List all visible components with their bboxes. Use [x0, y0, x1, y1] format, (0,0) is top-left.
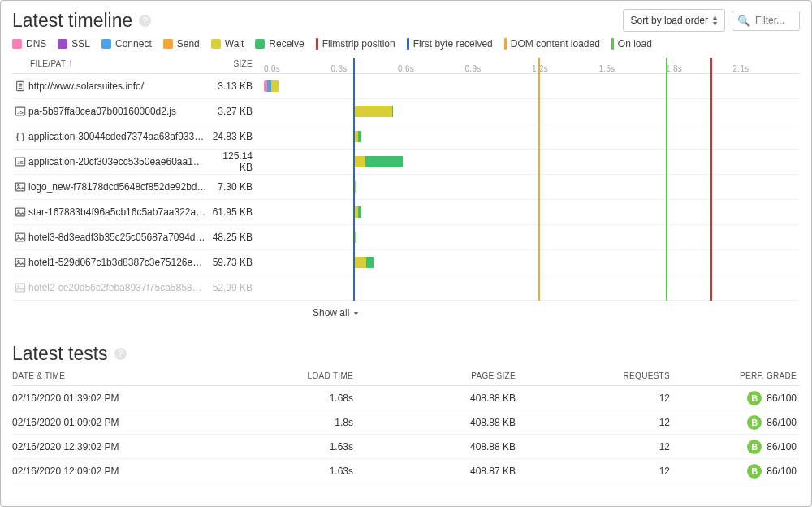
file-size: 52.99 KB: [207, 282, 264, 293]
timeline-cell: [264, 225, 800, 249]
chevron-down-icon: ▾: [354, 309, 358, 318]
legend-filmstrip: Filmstrip position: [316, 38, 395, 50]
svg-point-11: [18, 235, 19, 236]
test-row[interactable]: 02/16/2020 12:39:02 PM1.63s408.88 KB12B8…: [12, 435, 800, 459]
timeline-cell: [264, 200, 800, 224]
legend-dns: DNS: [12, 38, 46, 50]
timeline-table-head: FILE/PATH SIZE 0.0s0.3s0.6s0.9s1.2s1.5s1…: [12, 58, 800, 74]
tests-col-load: LOAD TIME: [223, 371, 353, 380]
sort-caret-icon: ▴▾: [713, 14, 717, 27]
legend-first-byte: First byte received: [407, 38, 493, 50]
timeline-row[interactable]: hotel2-ce20d56c2feba8937f75ca5858b3410c7…: [12, 275, 800, 301]
timeline-row[interactable]: JSpa-5b97ffa8cea07b00160000d2.js3.27 KB: [12, 99, 800, 124]
timeline-cell: [264, 250, 800, 275]
test-load: 1.8s: [223, 417, 353, 428]
legend-ssl: SSL: [58, 38, 90, 50]
tests-body: 02/16/2020 01:39:02 PM1.68s408.88 KB12B8…: [12, 386, 800, 483]
axis-tick: 0.9s: [465, 64, 482, 73]
test-grade: B86/100: [670, 440, 800, 454]
js-file-icon: JS: [12, 156, 28, 167]
test-date: 02/16/2020 12:39:02 PM: [12, 441, 223, 453]
timeline-cell: [264, 124, 800, 149]
file-size: 7.30 KB: [207, 181, 264, 193]
svg-text:JS: JS: [17, 109, 23, 115]
test-req: 12: [516, 392, 670, 404]
test-req: 12: [516, 466, 670, 477]
img-file-icon: [12, 181, 28, 193]
file-name: hotel3-8d3eadf3b35c25c05687a7094d1ccd0c8…: [28, 232, 207, 243]
test-row[interactable]: 02/16/2020 01:09:02 PM1.8s408.88 KB12B86…: [12, 410, 800, 435]
axis-tick: 0.6s: [398, 64, 414, 73]
test-size: 408.88 KB: [353, 441, 516, 453]
file-name: star-167883b4f96a5cb16c5ab7aa322ab69af0f…: [28, 206, 207, 218]
tests-title-text: Latest tests: [12, 343, 108, 365]
test-load: 1.63s: [223, 441, 353, 453]
file-size: 24.83 KB: [207, 131, 264, 142]
timeline-area: http://www.solarsuites.info/3.13 KBJSpa-…: [12, 74, 800, 301]
test-size: 408.87 KB: [353, 466, 516, 477]
test-size: 408.88 KB: [353, 417, 516, 428]
svg-rect-8: [15, 208, 24, 216]
axis-tick: 0.0s: [264, 64, 280, 73]
timeline-cell: [264, 175, 800, 199]
sort-button[interactable]: Sort by load order ▴▾: [623, 9, 725, 32]
tests-col-size: PAGE SIZE: [353, 371, 516, 380]
timeline-row[interactable]: hotel3-8d3eadf3b35c25c05687a7094d1ccd0c8…: [12, 225, 800, 250]
test-load: 1.63s: [223, 466, 353, 477]
tests-col-req: REQUESTS: [516, 371, 670, 380]
show-all-button[interactable]: Show all ▾: [313, 301, 800, 330]
timeline-row[interactable]: JSapplication-20cf303ecc5350eae60aa168d2…: [12, 150, 800, 175]
tests-title: Latest tests ?: [12, 343, 800, 365]
img-file-icon: [12, 282, 28, 293]
svg-rect-12: [15, 258, 24, 266]
legend-dom: DOM content loaded: [504, 38, 600, 50]
svg-text:JS: JS: [17, 159, 23, 165]
test-row[interactable]: 02/16/2020 12:09:02 PM1.63s408.87 KB12B8…: [12, 459, 800, 483]
file-name: pa-5b97ffa8cea07b00160000d2.js: [28, 106, 207, 117]
col-size-header: SIZE: [207, 59, 264, 68]
sort-label: Sort by load order: [631, 15, 708, 26]
svg-point-9: [18, 210, 19, 211]
timeline-cell: [264, 74, 800, 98]
show-all-label: Show all: [313, 307, 349, 318]
test-row[interactable]: 02/16/2020 01:39:02 PM1.68s408.88 KB12B8…: [12, 386, 800, 410]
timeline-row[interactable]: { }application-30044cded7374aa68af933450…: [12, 124, 800, 150]
file-size: 125.14 KB: [207, 150, 264, 173]
help-icon[interactable]: ?: [114, 348, 127, 360]
legend-onload: On load: [611, 38, 652, 50]
col-file-header: FILE/PATH: [28, 59, 207, 68]
timeline-row[interactable]: hotel1-529d067c1b3d8387c3e75126e8f9a73e3…: [12, 250, 800, 275]
axis-tick: 2.1s: [733, 64, 749, 73]
filter-input[interactable]: [755, 15, 799, 26]
axis-tick: 1.5s: [599, 64, 615, 73]
svg-point-15: [18, 285, 19, 287]
img-file-icon: [12, 206, 28, 218]
file-size: 48.25 KB: [207, 232, 264, 243]
timeline-rows: http://www.solarsuites.info/3.13 KBJSpa-…: [12, 74, 800, 301]
file-name: hotel1-529d067c1b3d8387c3e75126e8f9a73e3…: [28, 257, 207, 268]
filter-box[interactable]: 🔍: [732, 11, 800, 31]
legend-receive: Receive: [255, 38, 304, 50]
timeline-row[interactable]: http://www.solarsuites.info/3.13 KB: [12, 74, 800, 99]
axis-tick: 0.3s: [331, 64, 348, 73]
help-icon[interactable]: ?: [139, 15, 151, 27]
file-size: 3.27 KB: [207, 106, 264, 117]
js-file-icon: JS: [12, 106, 28, 117]
test-date: 02/16/2020 12:09:02 PM: [12, 466, 223, 477]
svg-point-7: [18, 184, 19, 186]
timeline-row[interactable]: star-167883b4f96a5cb16c5ab7aa322ab69af0f…: [12, 200, 800, 225]
file-name: application-30044cded7374aa68af9334504e6…: [28, 131, 207, 142]
json-file-icon: { }: [12, 131, 28, 142]
grade-score: 86/100: [767, 441, 797, 453]
legend-connect: Connect: [102, 38, 152, 50]
legend-send: Send: [163, 38, 200, 50]
svg-point-13: [18, 260, 19, 262]
file-size: 59.73 KB: [207, 257, 264, 268]
tests-table-head: DATE & TIME LOAD TIME PAGE SIZE REQUESTS…: [12, 371, 800, 386]
axis-tick: 1.8s: [666, 64, 682, 73]
axis-tick: 1.2s: [532, 64, 548, 73]
timeline-title-text: Latest timeline: [12, 10, 132, 32]
tests-col-date: DATE & TIME: [12, 371, 223, 380]
test-grade: B86/100: [670, 415, 800, 430]
timeline-row[interactable]: logo_new-f78178dcd5648cf852de92bd9ab7c68…: [12, 175, 800, 200]
